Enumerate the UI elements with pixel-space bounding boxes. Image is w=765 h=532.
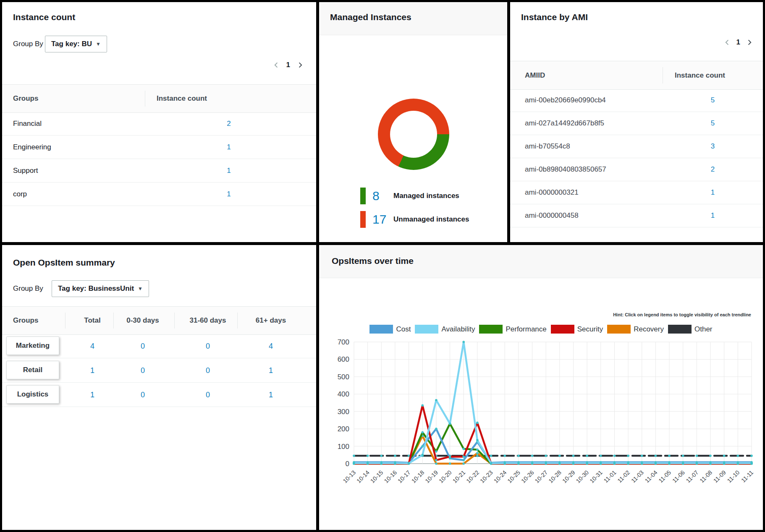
instance-count-link[interactable]: 1 <box>204 167 254 175</box>
data-point-marker <box>490 455 493 457</box>
panel-managed-instances: Managed Instances 8Managed instances17Un… <box>319 2 507 242</box>
x-axis-tick-label: 10-24 <box>493 469 508 485</box>
instance-count-link[interactable]: 1 <box>204 143 254 151</box>
instance-count-link[interactable]: 5 <box>689 119 737 128</box>
managed-instances-donut-chart <box>378 99 449 170</box>
table-row: ami-00000004581 <box>510 204 763 227</box>
opsitem-count-link[interactable]: 0 <box>115 390 170 399</box>
chevron-right-icon[interactable] <box>746 39 753 46</box>
ami-id-cell: ami-00eb20669e0990cb4 <box>525 96 606 104</box>
data-point-marker <box>586 462 588 464</box>
data-point-marker <box>408 462 410 464</box>
data-point-marker <box>600 455 602 457</box>
data-point-marker <box>572 462 575 464</box>
column-header: Total <box>69 316 115 325</box>
instance-count-link[interactable]: 1 <box>689 211 737 220</box>
column-divider <box>237 313 238 329</box>
group-name-cell: Support <box>13 167 38 175</box>
panel-instance-by-ami: Instance by AMI 1 AMIID Instance count a… <box>510 2 763 242</box>
opsitem-count-link[interactable]: 0 <box>178 366 237 375</box>
opsitem-count-link[interactable]: 4 <box>69 342 115 350</box>
x-axis-tick-label: 10-15 <box>369 469 385 485</box>
group-by-dropdown[interactable]: Tag key: BU ▼ <box>45 36 107 52</box>
x-axis-tick-label: 10-31 <box>588 469 604 485</box>
chevron-right-icon[interactable] <box>297 62 304 68</box>
group-name-button[interactable]: Retail <box>6 361 59 379</box>
data-point-marker <box>682 462 684 464</box>
opsitem-count-link[interactable]: 0 <box>178 342 237 350</box>
opsitem-count-link[interactable]: 1 <box>69 366 115 375</box>
x-axis-tick-label: 10-30 <box>575 469 590 485</box>
x-axis-tick-label: 10-26 <box>520 469 535 485</box>
y-axis-tick-label: 400 <box>338 390 349 398</box>
instance-count-link[interactable]: 3 <box>689 142 737 151</box>
opsitem-summary-table: Marketing4004Retail1001Logistics1001 <box>2 334 316 407</box>
instance-count-link[interactable]: 1 <box>689 188 737 197</box>
panel-opsitems-over-time: OpsItems over time Hint: Click on legend… <box>319 245 763 530</box>
data-point-marker <box>421 454 424 456</box>
data-point-marker <box>613 455 616 457</box>
group-name-button[interactable]: Marketing <box>6 336 59 355</box>
group-name-cell: corp <box>13 190 27 198</box>
data-point-marker <box>627 462 629 464</box>
x-axis-tick-label: 10-28 <box>547 469 563 485</box>
opsitem-count-link[interactable]: 1 <box>241 366 300 375</box>
opsitem-count-link[interactable]: 1 <box>241 390 300 399</box>
page-title: Instance by AMI <box>521 12 588 22</box>
table-row: Retail1001 <box>2 358 316 383</box>
page-number[interactable]: 1 <box>286 61 290 69</box>
table-row: ami-027a14492d667b8f55 <box>510 112 763 135</box>
y-axis-tick-label: 100 <box>338 443 349 451</box>
legend-label: Managed instances <box>393 192 459 200</box>
chevron-left-icon[interactable] <box>273 62 280 68</box>
data-point-marker <box>750 455 753 457</box>
opsitem-count-link[interactable]: 0 <box>115 342 170 350</box>
data-point-marker <box>558 455 561 457</box>
data-point-marker <box>503 455 506 457</box>
table-row: Financial2 <box>2 112 316 136</box>
page-title: OpsItems over time <box>332 256 414 266</box>
data-point-marker <box>435 450 438 453</box>
data-point-marker <box>517 455 520 457</box>
column-divider <box>65 313 65 329</box>
instance-count-link[interactable]: 2 <box>204 120 254 128</box>
donut-hole <box>390 111 437 158</box>
data-point-marker <box>449 462 451 465</box>
x-axis-tick-label: 11-05 <box>657 469 672 484</box>
opsitem-count-link[interactable]: 0 <box>178 390 237 399</box>
table-row: corp1 <box>2 183 316 206</box>
group-name-button[interactable]: Logistics <box>6 385 59 404</box>
table-row: Marketing4004 <box>2 334 316 358</box>
opsitem-count-link[interactable]: 4 <box>241 342 300 350</box>
data-point-marker <box>723 462 726 464</box>
opsitem-count-link[interactable]: 1 <box>69 390 115 399</box>
donut-legend-item: 8Managed instances <box>360 188 499 204</box>
table-header: Groups Instance count <box>2 84 316 113</box>
instance-count-link[interactable]: 2 <box>689 165 737 174</box>
page-number[interactable]: 1 <box>736 38 740 47</box>
data-point-marker <box>367 462 369 464</box>
instance-count-link[interactable]: 5 <box>689 96 737 104</box>
data-point-marker <box>545 462 547 464</box>
data-point-marker <box>353 462 355 464</box>
data-point-marker <box>353 455 355 457</box>
panel-open-opsitem-summary: Open OpsItem summary Group By Tag key: B… <box>2 245 316 530</box>
data-point-marker <box>421 404 424 407</box>
instance-count-link[interactable]: 1 <box>204 190 254 198</box>
y-axis-tick-label: 200 <box>338 425 349 433</box>
data-point-marker <box>545 455 547 457</box>
data-point-marker <box>449 456 451 458</box>
table-row: ami-00eb20669e0990cb45 <box>510 89 763 112</box>
y-axis-tick-label: 700 <box>338 338 349 346</box>
data-point-marker <box>490 462 493 464</box>
legend-color-bar <box>360 188 366 204</box>
data-point-marker <box>380 462 383 464</box>
group-by-dropdown[interactable]: Tag key: BusinessUnit ▼ <box>52 280 149 297</box>
column-divider <box>113 313 114 329</box>
chevron-left-icon[interactable] <box>724 39 731 46</box>
data-point-marker <box>709 462 712 464</box>
data-point-marker <box>435 462 438 465</box>
data-point-marker <box>531 455 534 457</box>
opsitem-count-link[interactable]: 0 <box>115 366 170 375</box>
data-point-marker <box>641 462 643 464</box>
